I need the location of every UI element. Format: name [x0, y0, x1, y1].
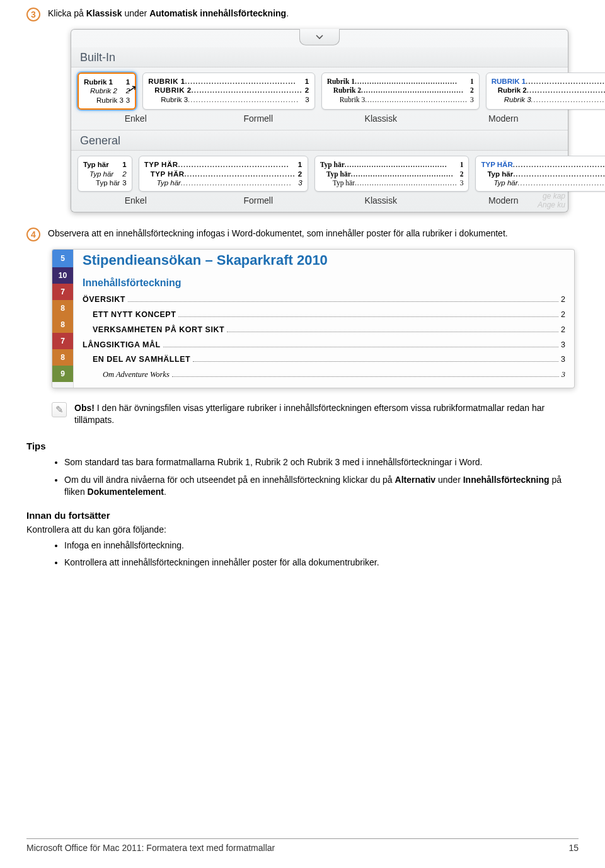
toc-style-thumb[interactable]: Rubrik 11Rubrik 22Rubrik 33	[78, 72, 136, 110]
gallery-builtin-row: Rubrik 11Rubrik 22Rubrik 33RUBRIK 11RUBR…	[71, 67, 568, 111]
toc-style-caption: Klassisk	[323, 195, 439, 205]
toc-entry: ETT NYTT KONCEPT2	[83, 308, 565, 323]
revision-marker: 8	[52, 300, 73, 316]
toc-entry: VERKSAMHETEN PÅ KORT SIKT2	[83, 323, 565, 338]
gallery-section-general-label: General	[71, 130, 568, 151]
note-text: Obs! I den här övningsfilen visas ytterl…	[74, 402, 579, 427]
toc-style-thumb[interactable]: Rubrik 11Rubrik 22Rubrik 33	[321, 72, 480, 110]
toc-style-caption: Formell	[200, 195, 317, 205]
toc-style-thumb[interactable]: TYP HÄR1Typ här2Typ här3	[475, 156, 605, 192]
toc-style-caption: Klassisk	[323, 113, 439, 124]
tips-list: Som standard tas bara formatmallarna Rub…	[64, 456, 579, 499]
footer-page-number: 15	[568, 843, 579, 853]
step-4-badge: 4	[26, 228, 40, 241]
before-heading: Innan du fortsätter	[26, 510, 579, 521]
toc-entry: Om Adventure Works3	[83, 367, 565, 383]
toc-entry: EN DEL AV SAMHÄLLET3	[83, 352, 565, 367]
step-3: 3 Klicka på Klassisk under Automatisk in…	[26, 8, 579, 21]
tips-item: Om du vill ändra nivåerna för och utseen…	[64, 474, 579, 499]
toc-style-thumb[interactable]: TYP HÄR1TYP HÄR2Typ här3	[139, 156, 308, 192]
revision-marker: 8	[52, 349, 73, 366]
toc-style-thumb[interactable]: Typ här1Typ här2Typ här3	[314, 156, 470, 192]
toc-style-gallery: Built-In Rubrik 11Rubrik 22Rubrik 33RUBR…	[71, 29, 568, 212]
pencil-icon: ✎	[52, 402, 67, 417]
before-check-text: Kontrollera att du kan göra följande:	[26, 524, 579, 535]
gallery-section-builtin-label: Built-In	[71, 47, 568, 67]
tips-item: Som standard tas bara formatmallarna Rub…	[64, 456, 579, 469]
toc-entry: ÖVERSIKT2	[83, 292, 565, 308]
toc-style-thumb[interactable]: Typ här1Typ här2Typ här3	[78, 156, 132, 192]
gallery-general-captions: ge kap Ange ku EnkelFormellKlassiskModer…	[71, 193, 568, 212]
revision-marker: 7	[52, 284, 73, 300]
before-list: Infoga en innehållsförteckning.Kontrolle…	[64, 540, 579, 569]
tips-heading: Tips	[26, 441, 579, 451]
note-obs: ✎ Obs! I den här övningsfilen visas ytte…	[52, 402, 579, 427]
toc-style-caption: Modern	[446, 113, 562, 124]
before-item: Infoga en innehållsförteckning.	[64, 540, 579, 552]
ghost-text: Ange ku	[538, 200, 565, 209]
revision-marker: 9	[52, 366, 73, 382]
toc-heading: Innehållsförteckning	[83, 277, 565, 289]
word-document-screenshot: 510788789 Stipendieansökan – Skaparkraft…	[52, 249, 575, 388]
revision-marker: 7	[52, 333, 73, 349]
step-4-text: Observera att en innehållsförteckning in…	[48, 228, 579, 241]
toc-style-caption: Formell	[200, 113, 317, 124]
ghost-text: ge kap	[543, 192, 565, 200]
document-body: Stipendieansökan – Skaparkraft 2010 Inne…	[74, 250, 574, 388]
gallery-general-row: Typ här1Typ här2Typ här3TYP HÄR1TYP HÄR2…	[71, 151, 568, 193]
toc-entry: LÅNGSIKTIGA MÅL3	[83, 338, 565, 353]
step-3-text: Klicka på Klassisk under Automatisk inne…	[48, 8, 579, 21]
toc-style-thumb[interactable]: RUBRIK 11RUBRIK 22Rubrik 33	[142, 72, 314, 110]
gallery-dropdown-notch[interactable]	[299, 29, 340, 45]
revision-marker: 8	[52, 316, 73, 333]
revision-marker: 10	[52, 267, 73, 284]
page-footer: Microsoft Office för Mac 2011: Formatera…	[26, 838, 579, 853]
step-3-badge: 3	[26, 8, 40, 21]
toc-style-thumb[interactable]: RUBRIK 11Rubrik 22Rubrik 33	[486, 72, 605, 110]
revision-indicator-bar: 510788789	[52, 250, 74, 388]
toc-style-caption: Enkel	[78, 195, 194, 205]
before-item: Kontrollera att innehållsförteckningen i…	[64, 557, 579, 569]
gallery-builtin-captions: gick i EnkelFormellKlassiskModern	[71, 111, 568, 130]
footer-title: Microsoft Office för Mac 2011: Formatera…	[26, 843, 275, 853]
step-4: 4 Observera att en innehållsförteckning …	[26, 228, 579, 241]
toc-entries: ÖVERSIKT2ETT NYTT KONCEPT2VERKSAMHETEN P…	[83, 292, 565, 383]
toc-style-caption: Enkel	[78, 113, 194, 124]
document-title: Stipendieansökan – Skaparkraft 2010	[83, 252, 565, 269]
revision-marker: 5	[52, 250, 73, 267]
